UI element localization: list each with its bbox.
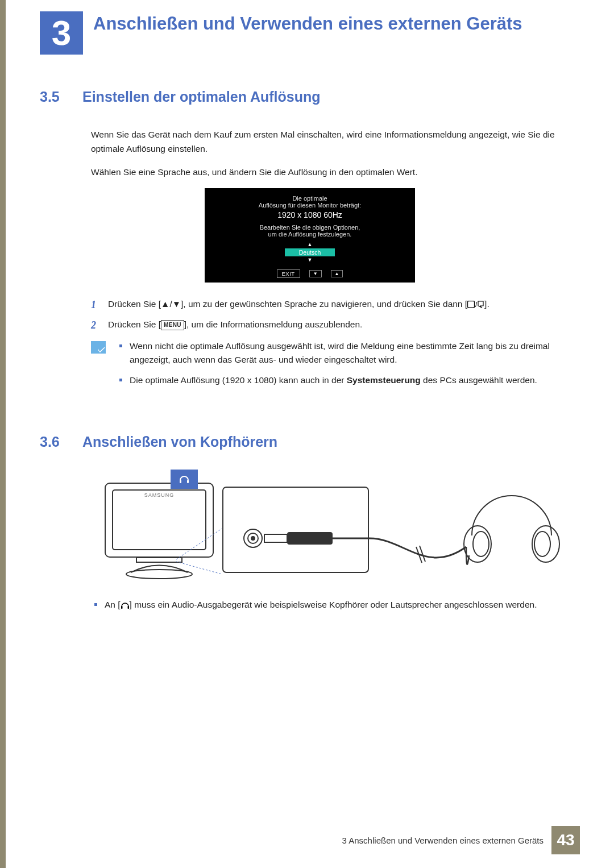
- step-text: Drücken Sie [: [108, 299, 161, 309]
- svg-rect-24: [121, 606, 123, 609]
- menu-button-icon: MENU: [161, 320, 184, 330]
- svg-point-14: [251, 536, 255, 541]
- osd-line: um die Auflösung festzulegen.: [210, 231, 409, 238]
- osd-language: Deutsch: [285, 248, 335, 256]
- svg-rect-15: [264, 534, 287, 542]
- step-list: 1 Drücken Sie [▲/▼], um zu der gewünscht…: [91, 297, 580, 334]
- page-number-badge: 43: [551, 826, 580, 854]
- headphones-illustration: [370, 473, 563, 587]
- note-icon: [91, 341, 106, 354]
- svg-rect-5: [113, 490, 206, 550]
- svg-point-21: [532, 526, 559, 562]
- chapter-header: 3 Anschließen und Verwenden eines extern…: [40, 11, 580, 55]
- footer-chapter-text: 3 Anschließen und Verwenden eines extern…: [342, 836, 544, 845]
- svg-line-9: [176, 529, 222, 559]
- bullet-list: An [] muss ein Audio-Ausgabegerät wie be…: [91, 598, 580, 613]
- svg-text:SAMSUNG: SAMSUNG: [144, 492, 175, 498]
- section-heading-3-5: 3.5 Einstellen der optimalen Auflösung: [40, 89, 580, 105]
- osd-exit-button: EXIT: [277, 269, 300, 278]
- connection-diagram: SAMSUNG: [97, 473, 580, 587]
- arrow-up-down-icon: ▲/▼: [161, 299, 181, 309]
- svg-rect-16: [287, 532, 333, 545]
- page-content: 3 Anschließen und Verwenden eines extern…: [0, 0, 614, 868]
- step-text: Drücken Sie [: [108, 319, 161, 329]
- triangle-up-icon: ▲: [308, 242, 313, 247]
- svg-rect-2: [180, 480, 181, 483]
- osd-resolution: 1920 x 1080 60Hz: [210, 210, 409, 219]
- svg-line-10: [176, 562, 222, 574]
- section-number: 3.5: [40, 89, 71, 105]
- jack-detail-illustration: [222, 473, 370, 587]
- bullet-text: An [: [105, 600, 121, 609]
- step-text: ], um zu der gewünschten Sprache zu navi…: [181, 299, 467, 309]
- osd-up-icon: ▲: [331, 270, 343, 277]
- page-footer: 3 Anschließen und Verwenden eines extern…: [0, 826, 614, 854]
- step-text: ].: [484, 299, 489, 309]
- note-bold: Systemsteuerung: [347, 375, 421, 385]
- section-number: 3.6: [40, 434, 71, 450]
- step-text: ], um die Informationsmeldung auszublend…: [184, 319, 363, 329]
- svg-rect-11: [223, 487, 368, 572]
- svg-rect-25: [127, 606, 129, 609]
- triangle-down-icon: ▼: [308, 258, 313, 263]
- note-item: Die optimale Auflösung (1920 x 1080) kan…: [116, 373, 580, 387]
- headphone-label-icon: [171, 470, 198, 489]
- note-block: Wenn nicht die optimale Auflösung ausgew…: [91, 339, 580, 394]
- svg-point-22: [473, 531, 489, 556]
- osd-line: Auflösung für diesen Monitor beträgt:: [210, 202, 409, 209]
- chapter-number-badge: 3: [40, 11, 83, 55]
- note-item: Wenn nicht die optimale Auflösung ausgew…: [116, 339, 580, 367]
- paragraph: Wählen Sie eine Sprache aus, und ändern …: [91, 165, 580, 180]
- paragraph: Wenn Sie das Gerät nach dem Kauf zum ers…: [91, 128, 580, 156]
- note-text: des PCs ausgewählt werden.: [421, 375, 537, 385]
- osd-down-icon: ▼: [309, 270, 322, 277]
- svg-text:/: /: [475, 301, 478, 308]
- monitor-illustration: SAMSUNG: [97, 473, 222, 587]
- osd-line: Die optimale: [210, 195, 409, 202]
- svg-point-20: [464, 526, 491, 562]
- svg-rect-3: [187, 480, 189, 483]
- window-enter-icon: /: [467, 301, 484, 308]
- svg-point-8: [126, 570, 192, 579]
- headphone-icon: [121, 600, 130, 613]
- bullet-text: ] muss ein Audio-Ausgabegerät wie beispi…: [130, 600, 537, 609]
- bullet-item: An [] muss ein Audio-Ausgabegerät wie be…: [91, 598, 580, 613]
- svg-rect-7: [136, 558, 182, 562]
- step-1: 1 Drücken Sie [▲/▼], um zu der gewünscht…: [91, 297, 580, 313]
- svg-point-23: [534, 531, 550, 556]
- osd-screenshot: Die optimale Auflösung für diesen Monito…: [40, 188, 580, 283]
- section-title: Einstellen der optimalen Auflösung: [82, 89, 321, 105]
- step-2: 2 Drücken Sie [MENU], um die Information…: [91, 318, 580, 334]
- note-text: Die optimale Auflösung (1920 x 1080) kan…: [130, 375, 347, 385]
- step-number: 2: [91, 318, 100, 334]
- svg-rect-0: [468, 301, 475, 308]
- osd-line: Bearbeiten Sie die obigen Optionen,: [210, 224, 409, 231]
- step-number: 1: [91, 297, 100, 313]
- section-heading-3-6: 3.6 Anschließen von Kopfhörern: [40, 434, 580, 450]
- chapter-title: Anschließen und Verwenden eines externen…: [93, 11, 522, 34]
- section-title: Anschließen von Kopfhörern: [82, 434, 277, 450]
